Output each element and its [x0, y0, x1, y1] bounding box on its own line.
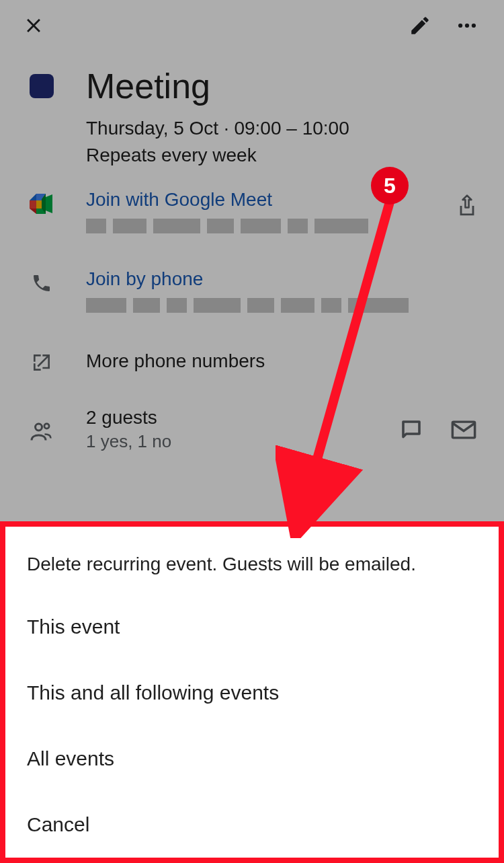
share-meet-button[interactable] [450, 189, 484, 223]
svg-point-10 [44, 424, 49, 428]
guests-count[interactable]: 2 guests [86, 407, 379, 428]
guests-summary: 1 yes, 1 no [86, 431, 379, 452]
meet-icon [30, 192, 54, 216]
event-datetime: Thursday, 5 Oct · 09:00 – 10:00 [86, 118, 349, 139]
option-cancel[interactable]: Cancel [5, 792, 499, 858]
svg-point-2 [472, 24, 476, 28]
email-icon [451, 420, 476, 440]
join-phone-link[interactable]: Join by phone [86, 268, 484, 290]
more-button[interactable] [450, 12, 484, 39]
svg-rect-8 [36, 200, 42, 209]
svg-point-9 [36, 424, 42, 430]
more-numbers-link[interactable]: More phone numbers [86, 350, 484, 372]
event-recurrence: Repeats every week [86, 145, 349, 166]
svg-rect-3 [30, 200, 36, 209]
edit-button[interactable] [403, 12, 437, 39]
people-icon [30, 419, 54, 443]
phone-icon [30, 271, 54, 295]
event-color-chip [30, 74, 54, 98]
chat-icon [399, 418, 423, 442]
sheet-title: Delete recurring event. Guests will be e… [5, 527, 499, 594]
event-title: Meeting [86, 67, 349, 106]
svg-point-1 [465, 24, 469, 28]
phone-number-redacted [86, 298, 484, 313]
option-this-and-following[interactable]: This and all following events [5, 660, 499, 726]
option-this-event[interactable]: This event [5, 594, 499, 660]
meet-link-redacted [86, 219, 450, 233]
delete-recurring-sheet: Delete recurring event. Guests will be e… [0, 521, 504, 863]
open-external-icon [30, 350, 54, 375]
svg-point-0 [458, 24, 462, 28]
more-horizontal-icon [456, 14, 478, 37]
pencil-icon [409, 14, 431, 37]
chat-guests-button[interactable] [391, 413, 431, 447]
close-button[interactable] [20, 12, 47, 39]
option-all-events[interactable]: All events [5, 726, 499, 792]
email-guests-button[interactable] [444, 413, 484, 447]
share-icon [456, 194, 478, 218]
close-icon [22, 14, 45, 37]
annotation-badge: 5 [371, 167, 409, 204]
